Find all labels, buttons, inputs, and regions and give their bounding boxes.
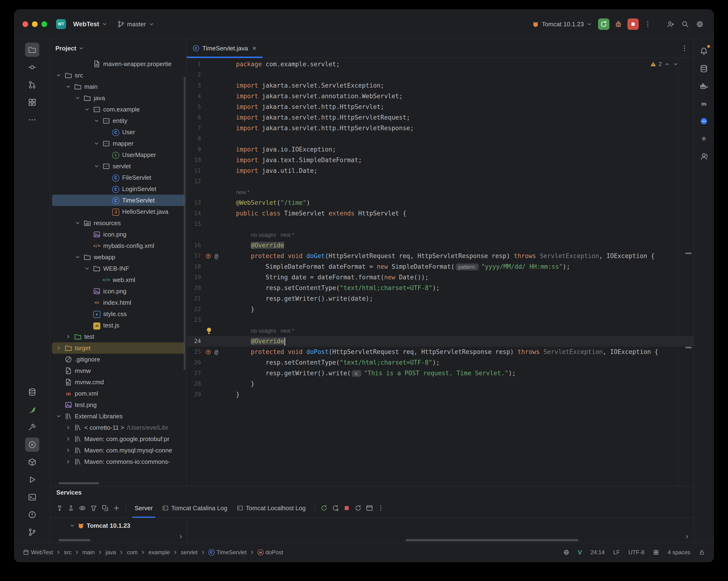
line-number[interactable]: 10	[187, 155, 201, 166]
tree-horizontal-scrollbar[interactable]	[59, 482, 99, 484]
tree-item-maven-com.mysql-mysql-conne[interactable]: Maven: com.mysql:mysql-conne	[52, 445, 185, 456]
chevron-down-icon[interactable]	[92, 118, 101, 124]
line-number[interactable]: 16	[187, 240, 201, 251]
tool-button-problems[interactable]	[25, 508, 39, 522]
code-with-me-button[interactable]	[665, 19, 676, 30]
indent-config[interactable]: 4 spaces	[668, 549, 691, 556]
tree-item-java[interactable]: java	[52, 92, 185, 104]
caret-position[interactable]: 24:14	[591, 549, 605, 556]
breadcrumb-item-timeservlet[interactable]: CTimeServlet	[207, 549, 248, 556]
line-number[interactable]: 1	[187, 59, 201, 70]
next-problem-icon[interactable]	[673, 61, 679, 67]
tool-button-structure[interactable]	[25, 95, 39, 109]
tool-button-docker[interactable]	[697, 79, 711, 93]
line-number[interactable]: 3	[187, 80, 201, 91]
chevron-right-icon[interactable]	[54, 345, 63, 351]
project-panel-header[interactable]: Project	[50, 39, 186, 58]
tool-button-notifications[interactable]	[697, 44, 711, 58]
chevron-down-icon[interactable]	[54, 413, 63, 419]
search-everywhere-button[interactable]	[679, 19, 691, 30]
line-number[interactable]: 14	[187, 208, 201, 219]
run-button[interactable]	[598, 19, 609, 30]
tree-item-pom.xml[interactable]: mpom.xml	[52, 388, 185, 399]
code-line[interactable]: 17@ protected void doGet(HttpServletRequ…	[187, 251, 694, 261]
tool-button-services[interactable]	[25, 437, 39, 452]
code-line[interactable]: 6import jakarta.servlet.http.HttpServlet…	[187, 112, 694, 123]
code-line[interactable]: 27 resp.getWriter().write(s:"This is a P…	[187, 368, 694, 379]
code-line[interactable]: 10import java.text.SimpleDateFormat;	[187, 155, 694, 166]
tool-button-project-folder[interactable]	[25, 43, 39, 57]
code-line[interactable]: 19 String date = dateFormat.format(new D…	[187, 272, 694, 283]
project-switcher[interactable]: WebTest	[71, 18, 110, 31]
chevron-down-icon[interactable]	[92, 141, 101, 147]
tool-button-git[interactable]	[25, 525, 39, 539]
chevron-down-icon[interactable]	[73, 254, 82, 260]
annotation-icon[interactable]: @	[213, 253, 219, 259]
chevron-right-icon[interactable]	[63, 436, 73, 442]
code-line[interactable]: 20 resp.setContentType("text/html;charse…	[187, 283, 694, 293]
chevron-down-icon[interactable]	[63, 83, 73, 90]
line-number[interactable]: 2	[187, 70, 201, 80]
tree-item-webapp[interactable]: webapp	[52, 251, 185, 263]
tree-item-src[interactable]: src	[52, 70, 185, 81]
tree-item-external-libraries[interactable]: External Libraries	[52, 410, 185, 422]
line-number[interactable]: 27	[187, 368, 201, 379]
tree-item-main[interactable]: main	[52, 81, 185, 92]
code-line[interactable]: 23	[187, 314, 694, 325]
line-number[interactable]: 25	[187, 347, 201, 357]
tomcat-node[interactable]: Tomcat 10.1.23	[50, 520, 187, 532]
line-number[interactable]: 21	[187, 293, 201, 304]
line-number[interactable]: 20	[187, 283, 201, 293]
breadcrumb-item-example[interactable]: example	[147, 549, 171, 556]
branch-switcher[interactable]: master	[115, 18, 157, 31]
line-number[interactable]: 23	[187, 314, 201, 325]
chevron-down-icon[interactable]	[82, 266, 92, 272]
chevron-down-icon[interactable]	[82, 106, 92, 112]
services-tab-tomcat-catalina-log[interactable]: Tomcat Catalina Log	[158, 499, 232, 517]
tree-item-test.js[interactable]: JStest.js	[52, 320, 185, 331]
tool-button-ai-chat[interactable]	[697, 114, 711, 128]
tree-item-test.png[interactable]: test.png	[52, 399, 185, 410]
line-number[interactable]: 26	[187, 357, 201, 368]
chevron-down-icon[interactable]	[73, 220, 82, 226]
line-number[interactable]: 15	[187, 219, 201, 229]
tree-item--corretto-11-[interactable]: < corretto-11 >/Users/eve/Libr	[52, 422, 185, 433]
log-horizontal-scrollbar[interactable]	[406, 539, 578, 541]
tree-item-icon.png[interactable]: icon.png	[52, 229, 185, 240]
breadcrumb-item-main[interactable]: main	[81, 549, 96, 556]
code-inlay-row[interactable]: new *	[187, 187, 694, 198]
kebab-button[interactable]	[375, 502, 387, 514]
tool-button-pull-request[interactable]	[25, 78, 39, 92]
editor-tab-timeservlet[interactable]: C TimeServlet.java ×	[187, 39, 262, 58]
code-line[interactable]: 16 @Override	[187, 240, 694, 251]
minimize-window-button[interactable]	[32, 21, 37, 27]
line-number[interactable]: 7	[187, 123, 201, 133]
tool-button-database[interactable]	[25, 385, 39, 399]
breadcrumb-item-com[interactable]: com	[125, 549, 139, 556]
code-line[interactable]: 28 }	[187, 379, 694, 389]
line-number[interactable]: 22	[187, 304, 201, 314]
intention-bulb-icon[interactable]	[205, 327, 213, 334]
overrides-icon[interactable]	[205, 253, 211, 259]
tree-item-mvnw[interactable]: mvnw	[52, 365, 185, 376]
breadcrumb-item-src[interactable]: src	[62, 549, 73, 556]
refresh-button[interactable]	[353, 502, 364, 514]
line-number[interactable]: 28	[187, 379, 201, 389]
line-number[interactable]: 19	[187, 272, 201, 283]
line-number[interactable]: 8	[187, 133, 201, 144]
breadcrumb-item-servlet[interactable]: servlet	[179, 549, 199, 556]
collapse-all-button[interactable]	[65, 502, 77, 514]
code-line[interactable]: 25@ protected void doPost(HttpServletReq…	[187, 347, 694, 357]
code-line[interactable]: 14public class TimeServlet extends HttpS…	[187, 208, 694, 219]
eye-button[interactable]	[77, 502, 88, 514]
browser-button[interactable]	[364, 502, 375, 514]
scroll-right-icon[interactable]	[684, 534, 690, 540]
code-line[interactable]: 24 @Override	[187, 336, 694, 347]
code-line[interactable]: 29}	[187, 389, 694, 400]
tool-button-database[interactable]	[697, 61, 711, 76]
error-stripe-mark[interactable]	[685, 253, 692, 254]
tree-item-com.example[interactable]: com.example	[52, 104, 185, 115]
close-tab-icon[interactable]: ×	[252, 45, 257, 52]
tool-button-run[interactable]	[25, 473, 39, 487]
tool-button-build[interactable]	[25, 420, 39, 434]
